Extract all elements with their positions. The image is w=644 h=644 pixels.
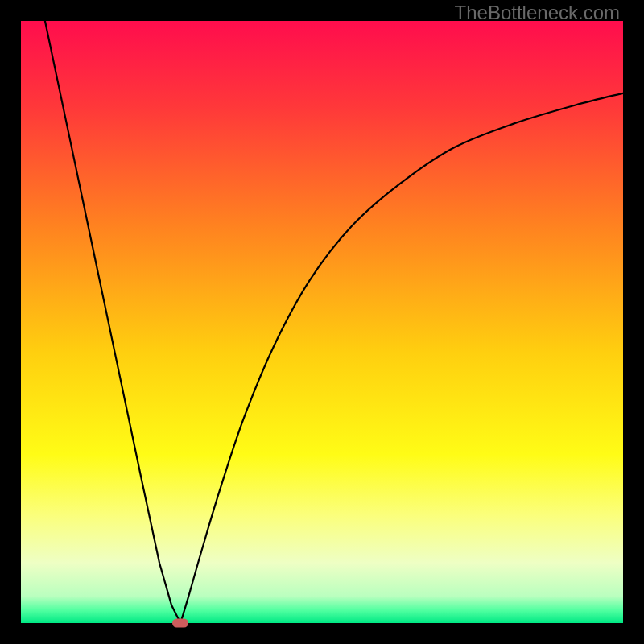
minimum-marker xyxy=(172,619,188,628)
watermark-text: TheBottleneck.com xyxy=(455,2,620,24)
chart-frame xyxy=(21,21,623,623)
bottleneck-chart xyxy=(21,21,623,623)
gradient-background xyxy=(21,21,623,623)
